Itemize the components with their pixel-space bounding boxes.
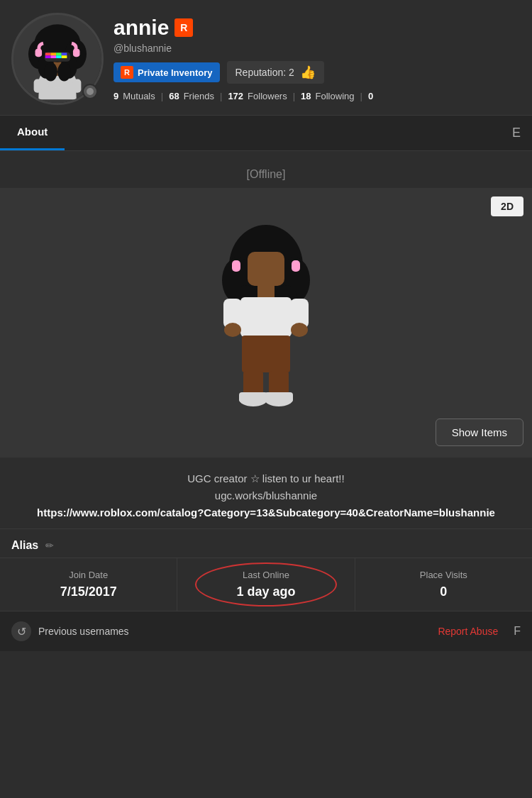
join-date-label: Join Date [9,570,168,580]
svg-rect-21 [50,55,56,58]
mutuals-label: Mutuals [123,91,155,101]
bio-line2: ugc.works/blushannie [11,487,521,504]
last-online-value: 1 day ago [186,584,345,599]
alias-label: Alias [11,539,38,552]
report-abuse-link[interactable]: Report Abuse [438,626,498,637]
tabs-bar: About E [0,116,532,151]
alias-section: Alias ✏ [0,529,532,558]
svg-rect-19 [62,52,67,55]
alias-edit-icon[interactable]: ✏ [45,540,54,551]
join-date-value: 7/15/2017 [9,584,168,599]
footer-extra-label: F [514,625,521,638]
badges-row: R Private Inventory Reputation: 2 👍 [113,61,521,84]
prev-usernames-icon: ↺ [11,621,31,641]
svg-rect-17 [50,52,56,55]
followers-count: 172 [228,91,243,101]
toggle-2d-button[interactable]: 2D [491,196,523,216]
reputation-badge: Reputation: 2 👍 [227,61,324,84]
following-label: Following [316,91,355,101]
svg-rect-47 [265,392,293,402]
badge-roblox-icon: R [121,66,133,79]
svg-point-10 [57,62,71,82]
user-handle: @blushannie [113,43,521,54]
svg-point-9 [44,62,57,82]
private-inventory-badge: R Private Inventory [113,62,220,82]
place-visits-block: Place Visits 0 [355,558,532,611]
following-count: 18 [301,91,311,101]
place-visits-value: 0 [364,584,523,599]
bio-link[interactable]: https://www.roblox.com/catalog?Category=… [11,504,521,521]
svg-rect-11 [35,49,43,57]
svg-rect-12 [73,49,80,57]
svg-rect-23 [62,55,67,58]
friends-count: 68 [169,91,179,101]
offline-label: [Offline] [0,151,532,188]
svg-rect-24 [34,79,42,93]
footer-bar: ↺ Previous usernames Report Abuse F [0,611,532,651]
roblox-verified-icon: R [174,18,193,37]
svg-rect-41 [242,336,290,372]
svg-rect-49 [292,260,300,272]
svg-rect-35 [257,284,275,299]
svg-rect-22 [56,55,62,58]
tab-about[interactable]: About [0,116,65,150]
character-svg [195,209,337,436]
svg-rect-25 [73,79,81,93]
about-section: [Offline] 2D [0,151,532,651]
private-inventory-label: Private Inventory [138,67,213,78]
last-online-label: Last Online [186,570,345,580]
profile-stats-row: 9 Mutuals | 68 Friends | 172 Followers |… [113,91,521,101]
followers-label: Followers [248,91,287,101]
bio-line1: UGC creator ☆ listen to ur heart!! [11,470,521,487]
bio-section: UGC creator ☆ listen to ur heart!! ugc.w… [0,458,532,529]
username-row: annie R [113,16,521,40]
svg-point-40 [291,323,308,337]
svg-point-39 [224,323,241,337]
svg-rect-34 [248,252,284,286]
svg-rect-20 [45,55,51,58]
tab-arrow-right[interactable]: E [501,116,532,150]
thumbs-up-icon: 👍 [300,65,316,80]
mutuals-count: 9 [113,91,118,101]
last-online-block: Last Online 1 day ago [177,558,355,611]
username: annie [113,16,169,40]
svg-rect-36 [240,297,292,337]
profile-info: annie R @blushannie R Private Inventory … [113,13,521,101]
place-visits-label: Place Visits [364,570,523,580]
friends-label: Friends [184,91,214,101]
prev-usernames-label: Previous usernames [38,626,431,637]
online-status-dot [82,84,98,99]
svg-rect-48 [232,260,240,272]
profile-header: annie R @blushannie R Private Inventory … [0,0,532,116]
reputation-label: Reputation: 2 [235,67,294,78]
character-figure [195,209,337,436]
svg-rect-46 [239,392,267,402]
stats-grid: Join Date 7/15/2017 Last Online 1 day ag… [0,558,532,611]
svg-rect-18 [56,52,62,55]
character-display: 2D [0,188,532,458]
avatar-container [11,13,104,105]
join-date-block: Join Date 7/15/2017 [0,558,177,611]
svg-rect-16 [45,52,51,55]
show-items-button[interactable]: Show Items [436,419,523,446]
extra-count: 0 [368,91,373,101]
